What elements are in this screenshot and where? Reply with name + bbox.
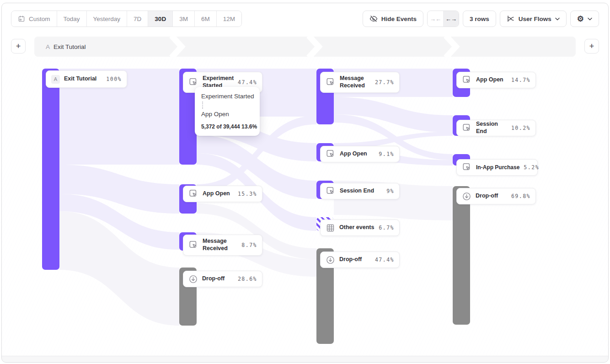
node-card-other-events-3[interactable]: Other events 6.7% xyxy=(320,219,400,236)
flow-links xyxy=(0,0,610,364)
node-card-message-received-3[interactable]: Message Received 27.7% xyxy=(320,72,400,93)
tooltip-target-event: App Open xyxy=(201,111,253,118)
node-card-exit-tutorial[interactable]: A Exit Tutorial 100% xyxy=(46,70,127,88)
flow-tooltip: Experiment Started App Open 5,372 of 39,… xyxy=(195,87,260,136)
node-bar-exit-tutorial[interactable] xyxy=(42,69,59,270)
node-card-dropoff-4[interactable]: Drop-off 69.8% xyxy=(456,188,536,204)
step-a-badge: A xyxy=(51,75,60,84)
tooltip-connector xyxy=(202,102,253,109)
tooltip-stat: 5,372 of 39,444 13.6% xyxy=(201,123,253,130)
node-card-session-end-4[interactable]: Session End 10.2% xyxy=(456,120,536,136)
event-icon xyxy=(462,123,472,133)
grid-icon xyxy=(326,223,335,233)
footer-strip xyxy=(2,356,608,362)
event-icon xyxy=(326,186,336,196)
dropoff-icon xyxy=(326,255,335,265)
user-flows-page: Custom Today Yesterday 7D 30D 3M 6M 12M … xyxy=(0,0,610,364)
node-card-dropoff-3[interactable]: Drop-off 47.4% xyxy=(320,252,400,268)
node-card-app-open-3[interactable]: App Open 9.1% xyxy=(320,146,400,162)
user-flows-chart xyxy=(0,57,610,356)
event-icon xyxy=(188,240,198,250)
node-card-in-app-purchase-4[interactable]: In-App Purchase 5.2% xyxy=(456,159,538,176)
node-card-dropoff-2[interactable]: Drop-off 28.6% xyxy=(183,271,262,287)
event-icon xyxy=(326,77,336,87)
event-icon xyxy=(462,75,472,85)
event-icon xyxy=(188,77,198,87)
node-bar-dropoff-4[interactable] xyxy=(453,186,470,325)
event-icon xyxy=(326,149,336,159)
node-card-app-open-2[interactable]: App Open 15.3% xyxy=(183,186,262,202)
event-icon xyxy=(188,189,198,199)
dropoff-icon xyxy=(462,192,471,201)
event-icon xyxy=(462,162,472,172)
node-card-app-open-4[interactable]: App Open 14.7% xyxy=(456,72,536,88)
node-card-session-end-3[interactable]: Session End 9% xyxy=(320,183,400,199)
node-card-message-received-2[interactable]: Message Received 8.7% xyxy=(183,235,262,256)
dropoff-icon xyxy=(188,274,198,284)
tooltip-source-event: Experiment Started xyxy=(201,93,253,100)
